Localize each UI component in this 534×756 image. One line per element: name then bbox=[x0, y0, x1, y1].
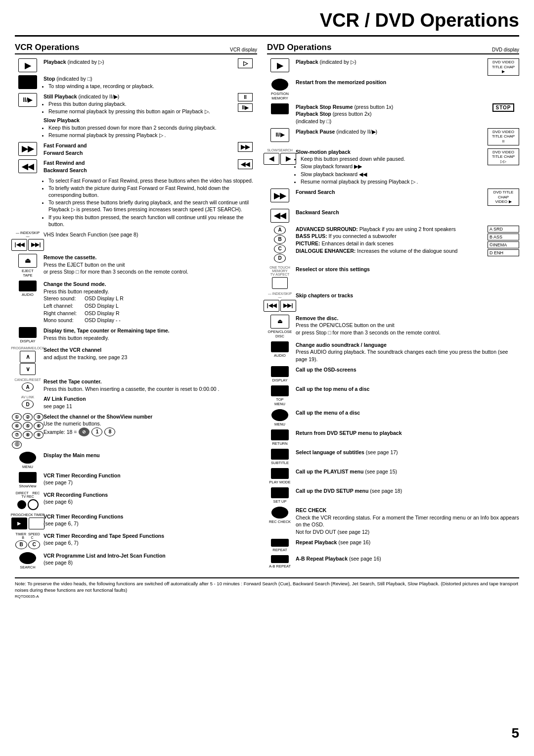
vcr-ff-indicator: ▶▶ bbox=[233, 142, 257, 152]
vcr-showview-row: ShowView VCR Timer Recording Function (s… bbox=[15, 472, 257, 488]
dvd-audio-row: AUDIO Change audio soundtrack / language… bbox=[267, 341, 519, 363]
dvd-playlist-icon: PLAY MODE bbox=[267, 468, 293, 484]
vcr-timer-speed-desc: VCR Timer Recording and Tape Speed Funct… bbox=[44, 532, 257, 547]
vcr-proglist-desc: VCR Programme List and Intro-Jet Scan Fu… bbox=[44, 552, 257, 567]
vcr-display-desc: Display time, Tape counter or Remaining … bbox=[44, 327, 257, 341]
vcr-proglist-row: SEARCH VCR Programme List and Intro-Jet … bbox=[15, 552, 257, 569]
dvd-playback-desc: Playback (indicated by ▷) bbox=[296, 58, 485, 66]
dvd-fwd-icon: ▶▶ bbox=[267, 189, 293, 202]
vcr-display-row: DISPLAY Display time, Tape counter or Re… bbox=[15, 327, 257, 343]
dvd-abcd-desc: ADVANCED SURROUND: Playback if you are u… bbox=[296, 226, 485, 255]
dvd-playlist-row: PLAY MODE Call up the PLAYLIST menu (see… bbox=[267, 468, 519, 484]
dvd-slow-indicator: DVD VIDEO TITLE CHAP▷▷ bbox=[488, 148, 519, 166]
dvd-subtitle-desc: Select language of subtitles (see page 1… bbox=[296, 449, 519, 456]
dvd-fwd-row: ▶▶ Forward Search DVD TITLE CHAPVIDEO ▶ bbox=[267, 189, 519, 206]
dvd-return-desc: Return from DVD SETUP menu to playback bbox=[296, 429, 519, 437]
vcr-ff-row: ▶▶ Fast Forward andForward Search ▶▶ bbox=[15, 142, 257, 156]
dvd-ab-repeat-row: A-B REPEAT A-B Repeat Playback (see page… bbox=[267, 555, 519, 568]
vcr-audio-row: AUDIO Change the Sound mode. Press this … bbox=[15, 281, 257, 324]
vcr-menu-icon: MENU bbox=[15, 452, 41, 469]
dvd-menu-row: MENU Call up the menu of a disc bbox=[267, 409, 519, 426]
vcr-still-row: II/▶ Still Playback (indicated by II/▶) … bbox=[15, 93, 257, 139]
vcr-channel-icon: PROGRAMME/LOCK ∧ ∨ bbox=[15, 346, 41, 375]
dvd-disc-icon: ⏏ OPEN/CLOSEDISC bbox=[267, 315, 293, 338]
dvd-ab-repeat-icon: A-B REPEAT bbox=[267, 555, 293, 568]
dvd-header: DVD Operations DVD display bbox=[267, 43, 519, 54]
vcr-channel-desc: Select the VCR channel and adjust the tr… bbox=[44, 346, 257, 361]
vcr-avlink-desc: AV Link Function see page 11 bbox=[44, 395, 257, 410]
dvd-skip-desc: Skip chapters or tracks bbox=[296, 292, 519, 299]
dvd-setup-desc: Call up the DVD SETUP menu (see page 18) bbox=[296, 487, 519, 495]
dvd-subtitle-icon: SUBTITLE bbox=[267, 449, 293, 465]
dvd-position-icon: POSITION MEMORY bbox=[267, 79, 293, 100]
vcr-section: VCR Operations VCR display ▶ Playback (i… bbox=[15, 43, 257, 572]
vcr-recording-desc: VCR Recording Functions (see page 6) bbox=[44, 491, 257, 506]
dvd-setup-icon: SET UP bbox=[267, 487, 293, 504]
page-title: VCR / DVD Operations bbox=[15, 10, 519, 37]
dvd-return-row: RETURN Return from DVD SETUP menu to pla… bbox=[267, 429, 519, 446]
vcr-reset-desc: Reset the Tape counter. Press this butto… bbox=[44, 378, 257, 392]
vcr-numeric-icon: ① ② ③ ④ ⑤ ⑥ ⑦ ⑧ ⑨ ⓪ bbox=[15, 413, 41, 449]
dvd-position-desc: Restart from the memorized position bbox=[296, 79, 519, 86]
vcr-rew-indicator: ◀◀ bbox=[233, 159, 257, 169]
dvd-slow-row: SLOW/SEARCH ◀ ▶ Slow-motion playback Kee… bbox=[267, 148, 519, 186]
vcr-proglist-icon: SEARCH bbox=[15, 552, 41, 569]
dvd-slow-desc: Slow-motion playback Keep this button pr… bbox=[296, 148, 485, 186]
dvd-abcd-indicators: A SRD B ASS ©INEMA D ENH bbox=[488, 226, 519, 256]
vcr-audio-icon: AUDIO bbox=[15, 281, 41, 297]
dvd-display-label: DVD display bbox=[492, 47, 519, 52]
vcr-still-desc: Still Playback (indicated by II/▶) Press… bbox=[44, 93, 230, 139]
dvd-bwd-desc: Backward Search bbox=[296, 209, 519, 216]
dvd-bwd-row: ◀◀ Backward Search bbox=[267, 209, 519, 223]
dvd-section: DVD Operations DVD display ▶ Playback (i… bbox=[267, 43, 519, 572]
vcr-eject-icon: ⏏ EJECTTAPE bbox=[15, 254, 41, 278]
vcr-ff-desc: Fast Forward andForward Search bbox=[44, 142, 230, 156]
dvd-ab-repeat-desc: A-B Repeat Playback (see page 16) bbox=[296, 555, 519, 563]
vcr-avlink-icon: AV LINK D bbox=[15, 395, 41, 409]
dvd-fwd-indicator: DVD TITLE CHAPVIDEO ▶ bbox=[488, 189, 519, 206]
dvd-reccheck-icon: REC CHECK bbox=[267, 507, 293, 524]
dvd-return-icon: RETURN bbox=[267, 429, 293, 446]
rqtd-label: RQTD0035-A bbox=[15, 594, 519, 599]
vcr-playback-indicator: ▷ bbox=[233, 58, 257, 68]
dvd-stop-row: Playback Stop Resume (press button 1x) P… bbox=[267, 103, 519, 125]
vcr-reset-row: CANCEL/RESET A Reset the Tape counter. P… bbox=[15, 378, 257, 392]
dvd-reselect-row: ONE TOUCH MEMORYTV ASPECT Reselect or st… bbox=[267, 266, 519, 289]
dvd-position-row: POSITION MEMORY Restart from the memoriz… bbox=[267, 79, 519, 100]
dvd-title: DVD Operations bbox=[267, 43, 331, 52]
vcr-eject-row: ⏏ EJECTTAPE Remove the cassette. Press t… bbox=[15, 254, 257, 278]
dvd-playlist-desc: Call up the PLAYLIST menu (see page 15) bbox=[296, 468, 519, 475]
vcr-playback-icon: ▶ bbox=[15, 58, 41, 72]
dvd-audio-icon: AUDIO bbox=[267, 341, 293, 358]
dvd-menu-desc: Call up the menu of a disc bbox=[296, 409, 519, 417]
vcr-stop-icon bbox=[15, 75, 41, 89]
vcr-recording-row: DIRECT RECTV REC VCR Recording Functions… bbox=[15, 491, 257, 510]
dvd-subtitle-row: SUBTITLE Select language of subtitles (s… bbox=[267, 449, 519, 465]
dvd-abcd-row: A B C D ADVANCED SURROUND: Playback if y… bbox=[267, 226, 519, 263]
vcr-still-indicator: II II▶ bbox=[233, 93, 257, 112]
dvd-setup-row: SET UP Call up the DVD SETUP menu (see p… bbox=[267, 487, 519, 504]
dvd-osd-icon: DISPLAY bbox=[267, 366, 293, 382]
vcr-search-desc: To select Fast Forward or Fast Rewind, p… bbox=[44, 177, 257, 228]
vcr-recording-icon: DIRECT RECTV REC bbox=[15, 491, 41, 510]
vcr-reset-icon: CANCEL/RESET A bbox=[15, 378, 41, 391]
dvd-repeat-desc: Repeat Playback (see page 16) bbox=[296, 539, 519, 546]
dvd-reselect-desc: Reselect or store this settings bbox=[296, 266, 519, 273]
dvd-abcd-icons: A B C D bbox=[267, 226, 293, 263]
dvd-top-menu-row: TOPMENU Call up the top menu of a disc bbox=[267, 385, 519, 406]
vcr-avlink-row: AV LINK D AV Link Function see page 11 bbox=[15, 395, 257, 410]
vcr-still-icon: II/▶ bbox=[15, 93, 41, 107]
dvd-audio-desc: Change audio soundtrack / language Press… bbox=[296, 341, 519, 363]
vcr-timer-rec-desc: VCR Timer Recording Functions (see page … bbox=[44, 513, 257, 527]
dvd-playback-indicator: DVD VIDEO TITLE CHAP▶ bbox=[488, 58, 519, 76]
vcr-stop-row: Stop (indicated by □) To stop winding a … bbox=[15, 75, 257, 90]
vcr-numeric-desc: Select the channel or the ShowView numbe… bbox=[44, 413, 257, 436]
vcr-channel-row: PROGRAMME/LOCK ∧ ∨ Select the VCR channe… bbox=[15, 346, 257, 375]
vcr-title: VCR Operations bbox=[15, 43, 79, 52]
vcr-index-desc: VHS Index Search Function (see page 8) bbox=[44, 231, 257, 238]
vcr-showview-desc: VCR Timer Recording Function (see page 7… bbox=[44, 472, 257, 486]
vcr-display-label: VCR display bbox=[230, 47, 257, 52]
dvd-disc-desc: Remove the disc. Press the OPEN/CLOSE bu… bbox=[296, 315, 519, 336]
dvd-skip-icon: — INDEX/SKIP — |◀◀ ▶▶| bbox=[267, 292, 293, 312]
note-text: Note: To preserve the video heads, the f… bbox=[15, 581, 518, 593]
